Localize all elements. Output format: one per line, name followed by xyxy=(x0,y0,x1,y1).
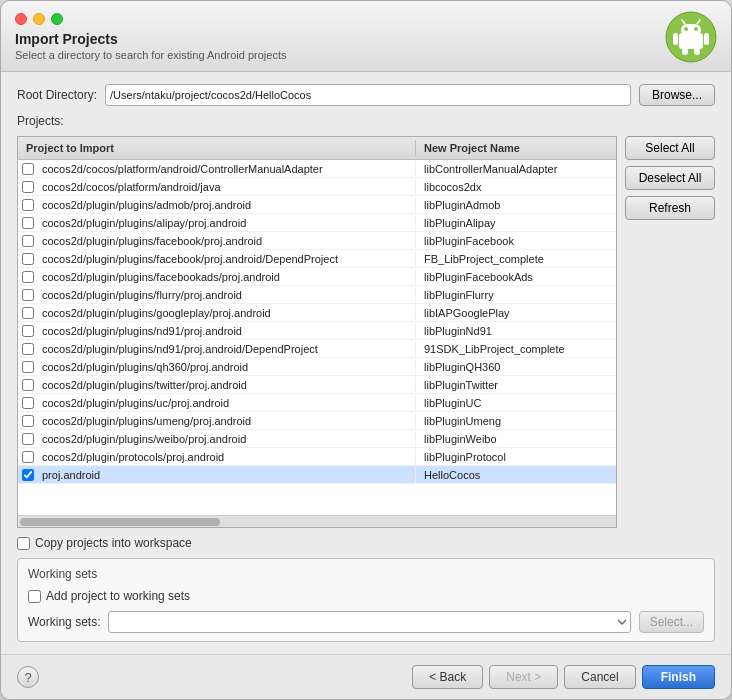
row-new-name: 91SDK_LibProject_complete xyxy=(416,341,616,357)
row-new-name: FB_LibProject_complete xyxy=(416,251,616,267)
row-project-path: cocos2d/plugin/protocols/proj.android xyxy=(38,449,416,465)
row-new-name: libcocos2dx xyxy=(416,179,616,195)
ws-add-checkbox[interactable] xyxy=(28,590,41,603)
table-body[interactable]: cocos2d/cocos/platform/android/Controlle… xyxy=(18,160,616,515)
copy-checkbox[interactable] xyxy=(17,537,30,550)
row-new-name: libPluginWeibo xyxy=(416,431,616,447)
row-checkbox-cell[interactable] xyxy=(18,163,38,175)
horizontal-scrollbar[interactable] xyxy=(18,515,616,527)
row-checkbox-cell[interactable] xyxy=(18,199,38,211)
table-row[interactable]: cocos2d/plugin/plugins/admob/proj.androi… xyxy=(18,196,616,214)
copy-checkbox-label[interactable]: Copy projects into workspace xyxy=(17,536,192,550)
row-checkbox-cell[interactable] xyxy=(18,289,38,301)
row-new-name: libPluginAlipay xyxy=(416,215,616,231)
row-checkbox[interactable] xyxy=(22,451,34,463)
row-checkbox[interactable] xyxy=(22,343,34,355)
row-checkbox-cell[interactable] xyxy=(18,433,38,445)
ws-add-label[interactable]: Add project to working sets xyxy=(28,589,190,603)
table-row[interactable]: cocos2d/plugin/plugins/umeng/proj.androi… xyxy=(18,412,616,430)
row-checkbox-cell[interactable] xyxy=(18,253,38,265)
title-bar: Import Projects Select a directory to se… xyxy=(1,1,731,72)
table-row[interactable]: cocos2d/cocos/platform/android/Controlle… xyxy=(18,160,616,178)
table-row[interactable]: cocos2d/plugin/plugins/nd91/proj.android… xyxy=(18,340,616,358)
row-checkbox[interactable] xyxy=(22,289,34,301)
row-checkbox[interactable] xyxy=(22,253,34,265)
row-checkbox[interactable] xyxy=(22,199,34,211)
row-project-path: cocos2d/plugin/plugins/facebook/proj.and… xyxy=(38,233,416,249)
table-row[interactable]: cocos2d/plugin/plugins/flurry/proj.andro… xyxy=(18,286,616,304)
browse-button[interactable]: Browse... xyxy=(639,84,715,106)
row-checkbox[interactable] xyxy=(22,379,34,391)
row-checkbox-cell[interactable] xyxy=(18,415,38,427)
cancel-button[interactable]: Cancel xyxy=(564,665,635,689)
row-checkbox[interactable] xyxy=(22,469,34,481)
table-row[interactable]: cocos2d/plugin/plugins/facebookads/proj.… xyxy=(18,268,616,286)
table-row[interactable]: cocos2d/plugin/plugins/twitter/proj.andr… xyxy=(18,376,616,394)
row-checkbox[interactable] xyxy=(22,361,34,373)
next-button[interactable]: Next > xyxy=(489,665,558,689)
row-checkbox[interactable] xyxy=(22,325,34,337)
row-checkbox-cell[interactable] xyxy=(18,235,38,247)
table-row[interactable]: cocos2d/plugin/plugins/facebook/proj.and… xyxy=(18,232,616,250)
close-button[interactable] xyxy=(15,13,27,25)
ws-select[interactable] xyxy=(108,611,630,633)
row-checkbox[interactable] xyxy=(22,181,34,193)
row-checkbox[interactable] xyxy=(22,397,34,409)
help-button[interactable]: ? xyxy=(17,666,39,688)
dialog-content: Root Directory: Browse... Projects: Proj… xyxy=(1,72,731,654)
row-checkbox[interactable] xyxy=(22,235,34,247)
refresh-button[interactable]: Refresh xyxy=(625,196,715,220)
row-checkbox-cell[interactable] xyxy=(18,379,38,391)
row-checkbox[interactable] xyxy=(22,163,34,175)
root-dir-input[interactable] xyxy=(105,84,631,106)
minimize-button[interactable] xyxy=(33,13,45,25)
side-buttons: Select All Deselect All Refresh xyxy=(625,136,715,528)
row-project-path: cocos2d/plugin/plugins/admob/proj.androi… xyxy=(38,197,416,213)
table-row[interactable]: cocos2d/plugin/protocols/proj.android li… xyxy=(18,448,616,466)
row-checkbox-cell[interactable] xyxy=(18,343,38,355)
row-checkbox-cell[interactable] xyxy=(18,361,38,373)
row-project-path: cocos2d/plugin/plugins/nd91/proj.android… xyxy=(38,341,416,357)
row-checkbox-cell[interactable] xyxy=(18,217,38,229)
svg-rect-8 xyxy=(704,33,709,45)
table-row[interactable]: cocos2d/plugin/plugins/googleplay/proj.a… xyxy=(18,304,616,322)
svg-rect-10 xyxy=(694,48,700,55)
row-new-name: libPluginProtocol xyxy=(416,449,616,465)
row-new-name: libIAPGooglePlay xyxy=(416,305,616,321)
svg-rect-7 xyxy=(673,33,678,45)
row-checkbox-cell[interactable] xyxy=(18,397,38,409)
table-row[interactable]: cocos2d/plugin/plugins/nd91/proj.android… xyxy=(18,322,616,340)
row-checkbox[interactable] xyxy=(22,433,34,445)
row-new-name: libPluginFlurry xyxy=(416,287,616,303)
row-project-path: proj.android xyxy=(38,467,416,483)
row-checkbox-cell[interactable] xyxy=(18,451,38,463)
table-row[interactable]: cocos2d/plugin/plugins/uc/proj.android l… xyxy=(18,394,616,412)
table-row[interactable]: cocos2d/plugin/plugins/facebook/proj.and… xyxy=(18,250,616,268)
row-project-path: cocos2d/plugin/plugins/umeng/proj.androi… xyxy=(38,413,416,429)
row-checkbox[interactable] xyxy=(22,217,34,229)
row-checkbox-cell[interactable] xyxy=(18,181,38,193)
ws-sets-label: Working sets: xyxy=(28,615,100,629)
table-row[interactable]: cocos2d/cocos/platform/android/java libc… xyxy=(18,178,616,196)
table-row[interactable]: cocos2d/plugin/plugins/weibo/proj.androi… xyxy=(18,430,616,448)
row-checkbox-cell[interactable] xyxy=(18,307,38,319)
row-checkbox-cell[interactable] xyxy=(18,271,38,283)
deselect-all-button[interactable]: Deselect All xyxy=(625,166,715,190)
row-checkbox[interactable] xyxy=(22,307,34,319)
finish-button[interactable]: Finish xyxy=(642,665,715,689)
row-checkbox[interactable] xyxy=(22,271,34,283)
table-row[interactable]: cocos2d/plugin/plugins/alipay/proj.andro… xyxy=(18,214,616,232)
row-project-path: cocos2d/cocos/platform/android/Controlle… xyxy=(38,161,416,177)
row-new-name: libPluginNd91 xyxy=(416,323,616,339)
copy-row: Copy projects into workspace xyxy=(17,536,715,550)
row-checkbox-cell[interactable] xyxy=(18,469,38,481)
row-new-name: libPluginQH360 xyxy=(416,359,616,375)
select-all-button[interactable]: Select All xyxy=(625,136,715,160)
row-checkbox[interactable] xyxy=(22,415,34,427)
table-row[interactable]: proj.android HelloCocos xyxy=(18,466,616,484)
table-row[interactable]: cocos2d/plugin/plugins/qh360/proj.androi… xyxy=(18,358,616,376)
row-new-name: libPluginTwitter xyxy=(416,377,616,393)
row-checkbox-cell[interactable] xyxy=(18,325,38,337)
maximize-button[interactable] xyxy=(51,13,63,25)
back-button[interactable]: < Back xyxy=(412,665,483,689)
